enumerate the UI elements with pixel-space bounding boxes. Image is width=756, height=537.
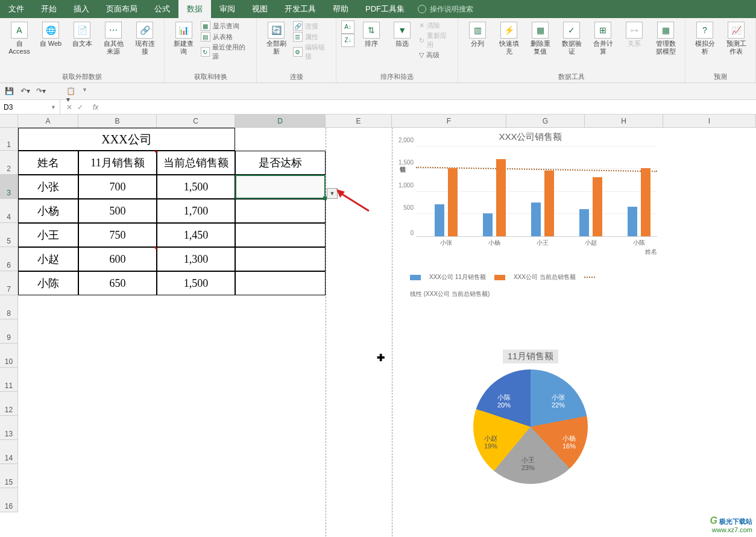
cell-C4[interactable]: 1,700 (157, 199, 235, 223)
existing-conn-button[interactable]: 🔗现有连接 (130, 20, 159, 57)
sort-desc-button[interactable]: Z↓ (341, 34, 354, 47)
save-icon[interactable]: 💾 (5, 87, 14, 96)
redo-icon[interactable]: ↷▾ (36, 87, 46, 96)
cell-B2[interactable]: 11月销售额 (78, 151, 157, 175)
row-header-16[interactable]: 16 (0, 488, 18, 512)
cell-A2[interactable]: 姓名 (18, 151, 78, 175)
tab-view[interactable]: 视图 (244, 0, 276, 18)
cell-D2[interactable]: 是否达标 (235, 151, 326, 175)
cell-A6[interactable]: 小赵 (18, 247, 78, 271)
spreadsheet-grid[interactable]: A B C D E F G H I 1 2 3 4 5 6 7 8 9 10 1… (0, 115, 756, 536)
row-header-2[interactable]: 2 (0, 151, 18, 175)
cell-A4[interactable]: 小杨 (18, 199, 78, 223)
row-header-5[interactable]: 5 (0, 223, 18, 247)
data-model-button[interactable]: ▦管理数据模型 (651, 20, 680, 57)
tab-data[interactable]: 数据 (178, 0, 211, 18)
tab-formula[interactable]: 公式 (146, 0, 178, 18)
name-box[interactable]: D3 ▼ (0, 100, 60, 114)
whatif-button[interactable]: ?模拟分析 (690, 20, 719, 57)
consolidate-button[interactable]: ⊞合并计算 (588, 20, 617, 57)
row-header-7[interactable]: 7 (0, 271, 18, 295)
data-validation-button[interactable]: ✓数据验证 (557, 20, 586, 57)
chevron-down-icon[interactable]: ▼ (51, 104, 56, 110)
refresh-all-button[interactable]: 🔄全部刷新 (262, 20, 291, 61)
row-header-8[interactable]: 8 (0, 295, 18, 319)
row-header-3[interactable]: 3 (0, 175, 18, 199)
col-header-F[interactable]: F (392, 115, 506, 128)
sort-button[interactable]: ⇅排序 (357, 20, 385, 60)
from-access-button[interactable]: A自 Access (5, 20, 34, 57)
fx-icon[interactable]: fx (89, 103, 102, 111)
enter-formula-icon[interactable]: ✓ (77, 103, 83, 111)
cell-A3[interactable]: 小张 (18, 175, 78, 199)
new-query-button[interactable]: 📊新建查询 (169, 20, 198, 61)
tell-me-search[interactable]: 操作说明搜索 (418, 4, 473, 14)
row-header-12[interactable]: 12 (0, 392, 18, 416)
row-header-9[interactable]: 9 (0, 319, 18, 344)
qat-icon[interactable]: 📋▾ (66, 87, 76, 96)
cell-D5[interactable] (235, 223, 326, 247)
row-header-15[interactable]: 15 (0, 464, 18, 488)
from-web-button[interactable]: 🌐自 Web (36, 20, 65, 57)
tab-help[interactable]: 帮助 (324, 0, 357, 18)
flash-fill-button[interactable]: ⚡快速填充 (494, 20, 523, 57)
row-header-13[interactable]: 13 (0, 416, 18, 440)
tab-file[interactable]: 文件 (0, 0, 33, 18)
comment-indicator-icon[interactable] (154, 247, 157, 250)
comment-indicator-icon[interactable] (154, 151, 157, 154)
row-header-11[interactable]: 11 (0, 368, 18, 392)
cell-C6[interactable]: 1,300 (157, 247, 235, 271)
from-text-button[interactable]: 📄自文本 (68, 20, 96, 57)
col-header-G[interactable]: G (506, 115, 585, 128)
recent-sources-button[interactable]: ↻最近使用的源 (201, 42, 252, 61)
cell-B5[interactable]: 750 (78, 223, 157, 247)
qat-dropdown-icon[interactable]: ▼ (82, 87, 92, 96)
tab-insert[interactable]: 插入 (65, 0, 98, 18)
forecast-sheet-button[interactable]: 📈预测工作表 (722, 20, 751, 57)
cell-C7[interactable]: 1,500 (157, 271, 235, 295)
row-header-10[interactable]: 10 (0, 344, 18, 368)
advanced-filter-button[interactable]: ▽高级 (419, 50, 453, 60)
row-header-4[interactable]: 4 (0, 199, 18, 223)
cell-B6[interactable]: 600 (78, 247, 157, 271)
col-header-C[interactable]: C (157, 115, 235, 128)
cell-D6[interactable] (235, 247, 326, 271)
sort-asc-button[interactable]: A↓ (341, 20, 354, 34)
cell-C5[interactable]: 1,450 (157, 223, 235, 247)
col-header-I[interactable]: I (663, 115, 756, 128)
connections-button[interactable]: 🔗连接 (293, 20, 331, 31)
col-header-B[interactable]: B (78, 115, 157, 128)
filter-button[interactable]: ▼筛选 (388, 20, 417, 60)
cell-B7[interactable]: 650 (78, 271, 157, 295)
col-header-D[interactable]: D (235, 115, 326, 128)
from-other-button[interactable]: ⋯自其他来源 (99, 20, 128, 57)
from-table-button[interactable]: ▤从表格 (201, 31, 252, 42)
cell-C3[interactable]: 1,500 (157, 175, 235, 199)
undo-icon[interactable]: ↶▾ (20, 87, 30, 96)
select-all-corner[interactable] (0, 115, 18, 128)
row-header-1[interactable]: 1 (0, 128, 18, 151)
cell-D4[interactable] (235, 199, 326, 223)
text-to-cols-button[interactable]: ▥分列 (463, 20, 492, 57)
cell-A5[interactable]: 小王 (18, 223, 78, 247)
cell-title[interactable]: XXX公司 (18, 128, 235, 151)
cell-A7[interactable]: 小陈 (18, 271, 78, 295)
cell-D3[interactable] (235, 175, 326, 199)
row-header-6[interactable]: 6 (0, 247, 18, 271)
tab-dev[interactable]: 开发工具 (276, 0, 324, 18)
bar-chart[interactable]: XXX公司销售额 销售额 0 500 1,000 1,500 2,000 小张 … (398, 131, 663, 306)
tab-pagelayout[interactable]: 页面布局 (98, 0, 146, 18)
remove-dup-button[interactable]: ▦删除重复值 (526, 20, 555, 57)
tab-home[interactable]: 开始 (33, 0, 65, 18)
tab-pdf[interactable]: PDF工具集 (357, 0, 413, 18)
tab-review[interactable]: 审阅 (211, 0, 244, 18)
cell-D7[interactable] (235, 271, 326, 295)
col-header-E[interactable]: E (326, 115, 392, 128)
col-header-A[interactable]: A (18, 115, 78, 128)
pie-chart[interactable]: 11月销售额 小张22% 小杨16% 小王23% 小赵19% 小陈20% (422, 350, 639, 518)
show-queries-button[interactable]: ▦显示查询 (201, 20, 252, 31)
cell-B4[interactable]: 500 (78, 199, 157, 223)
row-header-14[interactable]: 14 (0, 440, 18, 464)
cancel-formula-icon[interactable]: ✕ (66, 103, 72, 111)
cell-B3[interactable]: 700 (78, 175, 157, 199)
